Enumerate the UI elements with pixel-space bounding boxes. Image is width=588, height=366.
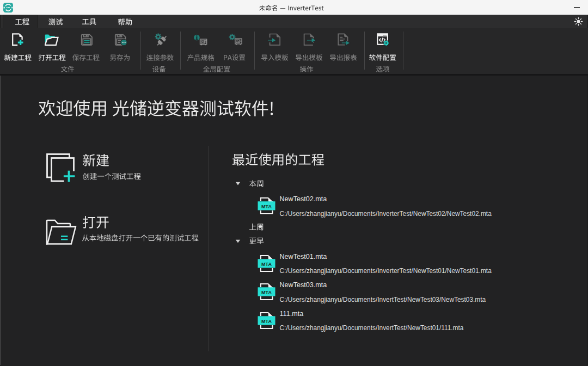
svg-text:MTA: MTA bbox=[261, 204, 272, 209]
svg-text:MTA: MTA bbox=[261, 261, 272, 266]
svg-text:MTA: MTA bbox=[261, 290, 272, 295]
svg-text:MTA: MTA bbox=[261, 318, 272, 324]
